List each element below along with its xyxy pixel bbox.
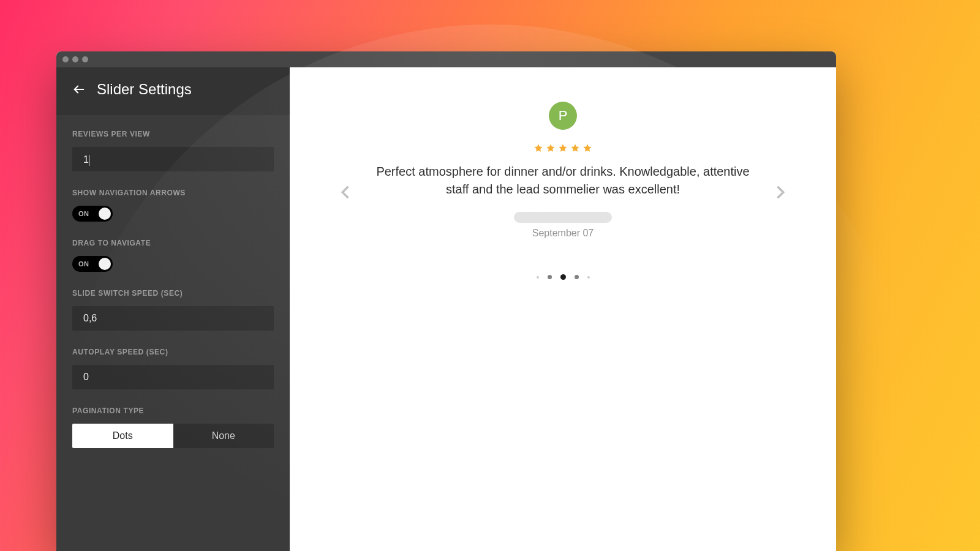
slider-prev-button[interactable]: [337, 184, 355, 203]
pagination-dot-active[interactable]: [560, 274, 566, 280]
pagination-type-option-none[interactable]: None: [173, 424, 274, 448]
star-rating: [533, 143, 592, 153]
field-reviews-per-view: REVIEWS PER VIEW 1: [72, 130, 274, 171]
toggle-knob-icon: [99, 208, 111, 220]
back-arrow-icon[interactable]: [72, 83, 86, 96]
review-text: Perfect atmosphere for dinner and/or dri…: [367, 163, 759, 198]
slider-next-button[interactable]: [771, 184, 788, 203]
input-value: 1: [83, 154, 89, 165]
reviewer-name-placeholder: [514, 212, 612, 223]
slider-pagination: [537, 274, 590, 280]
toggle-state-label: ON: [78, 260, 89, 268]
toggle-knob-icon: [99, 258, 111, 270]
sidebar-header: Slider Settings: [56, 67, 290, 115]
field-show-nav-arrows: SHOW NAVIGATION ARROWS ON: [72, 189, 274, 222]
field-label: REVIEWS PER VIEW: [72, 130, 274, 138]
text-cursor-icon: [89, 155, 89, 166]
field-label: SLIDE SWITCH SPEED (SEC): [72, 289, 274, 298]
app-window: Slider Settings REVIEWS PER VIEW 1 SHOW …: [56, 51, 836, 551]
pagination-dot[interactable]: [537, 276, 539, 279]
star-icon: [558, 143, 568, 153]
preview-pane: P Perfect atmosphere for dinner and/or d…: [290, 67, 836, 551]
field-label: PAGINATION TYPE: [72, 407, 274, 415]
drag-to-navigate-toggle[interactable]: ON: [72, 256, 113, 272]
window-control-close[interactable]: [62, 56, 69, 62]
pagination-dot[interactable]: [548, 275, 552, 279]
review-date: September 07: [532, 228, 594, 239]
autoplay-speed-input[interactable]: [72, 365, 274, 389]
window-control-minimize[interactable]: [72, 56, 78, 62]
star-icon: [570, 143, 580, 153]
star-icon: [582, 143, 592, 153]
field-label: AUTOPLAY SPEED (SEC): [72, 348, 274, 356]
show-nav-arrows-toggle[interactable]: ON: [72, 206, 113, 222]
reviews-per-view-input[interactable]: 1: [72, 147, 274, 171]
window-control-zoom[interactable]: [82, 56, 88, 62]
field-autoplay-speed: AUTOPLAY SPEED (SEC): [72, 348, 274, 389]
field-slide-switch-speed: SLIDE SWITCH SPEED (SEC): [72, 289, 274, 331]
field-label: SHOW NAVIGATION ARROWS: [72, 189, 274, 197]
star-icon: [546, 143, 556, 153]
pagination-type-option-dots[interactable]: Dots: [72, 424, 173, 448]
slide-switch-speed-input[interactable]: [72, 306, 274, 331]
sidebar-content: REVIEWS PER VIEW 1 SHOW NAVIGATION ARROW…: [56, 115, 290, 463]
window-titlebar: [56, 51, 836, 67]
avatar-initial: P: [559, 108, 568, 124]
pagination-type-segmented: Dots None: [72, 424, 274, 448]
page-title: Slider Settings: [97, 81, 192, 98]
settings-sidebar: Slider Settings REVIEWS PER VIEW 1 SHOW …: [56, 67, 290, 551]
pagination-dot[interactable]: [575, 275, 579, 279]
pagination-dot[interactable]: [587, 276, 590, 279]
star-icon: [533, 143, 543, 153]
field-drag-to-navigate: DRAG TO NAVIGATE ON: [72, 239, 274, 272]
reviewer-avatar: P: [549, 102, 577, 130]
field-label: DRAG TO NAVIGATE: [72, 239, 274, 247]
toggle-state-label: ON: [78, 210, 89, 217]
field-pagination-type: PAGINATION TYPE Dots None: [72, 407, 274, 448]
